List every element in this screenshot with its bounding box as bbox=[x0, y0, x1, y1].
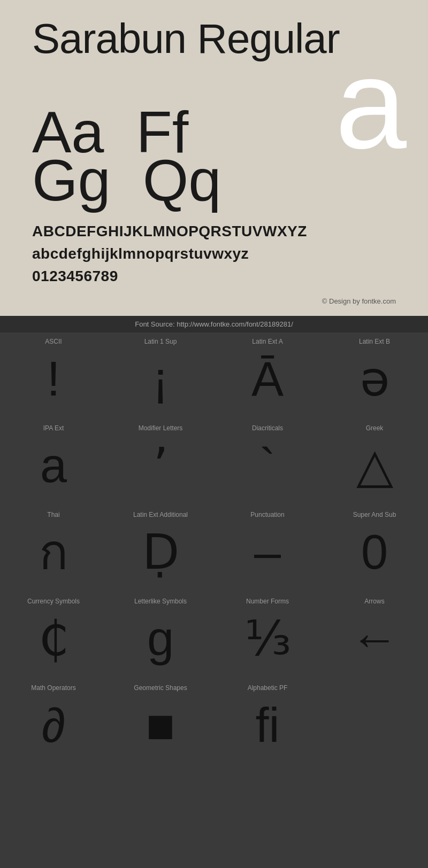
cell-label: ASCII bbox=[5, 338, 102, 345]
cell-label: IPA Ext bbox=[5, 424, 102, 432]
glyph-a-large: a bbox=[335, 46, 407, 161]
cell-glyph: g bbox=[147, 609, 174, 668]
glyph-cell: IPA Exta bbox=[0, 419, 107, 506]
cell-glyph: ʼ bbox=[153, 436, 169, 495]
cell-label: Punctuation bbox=[219, 511, 316, 518]
cell-glyph: – bbox=[254, 523, 281, 582]
glyph-cell: Geometric Shapes■ bbox=[107, 679, 214, 765]
cell-label: Latin Ext Additional bbox=[112, 511, 209, 518]
glyph-cell: Greek△ bbox=[321, 419, 428, 506]
cell-label: Math Operators bbox=[5, 684, 102, 692]
cell-label: Diacriticals bbox=[219, 424, 316, 432]
cell-label: Latin Ext A bbox=[219, 338, 316, 345]
cell-label: Thai bbox=[5, 511, 102, 518]
glyph-cell: Number Forms⅓ bbox=[214, 592, 321, 679]
glyph-cell: ASCII! bbox=[0, 332, 107, 419]
cell-glyph: ! bbox=[47, 350, 60, 408]
copyright: © Design by fontke.com bbox=[32, 297, 396, 305]
cell-label: Greek bbox=[326, 424, 423, 432]
cell-label: Number Forms bbox=[219, 598, 316, 605]
glyph-gg: Gg bbox=[32, 151, 111, 210]
cell-glyph: △ bbox=[356, 436, 393, 495]
cell-glyph: ` bbox=[259, 436, 276, 495]
cell-glyph: Ḍ bbox=[142, 523, 179, 582]
glyph-cell: Thaiก bbox=[0, 506, 107, 592]
glyph-cell: Math Operators∂ bbox=[0, 679, 107, 765]
cell-label: Modifier Letters bbox=[112, 424, 209, 432]
glyph-cell: Latin 1 Sup¡ bbox=[107, 332, 214, 419]
glyph-cell: Modifier Lettersʼ bbox=[107, 419, 214, 506]
glyph-qq: Qq bbox=[143, 151, 221, 210]
glyph-cell: Letterlike Symbolsg bbox=[107, 592, 214, 679]
cell-glyph: ₵ bbox=[39, 609, 69, 668]
glyph-cell: Latin Ext AĀ bbox=[214, 332, 321, 419]
glyph-cell: Currency Symbols₵ bbox=[0, 592, 107, 679]
cell-glyph: 0 bbox=[361, 523, 388, 582]
cell-label: Arrows bbox=[326, 598, 423, 605]
cell-label: Latin Ext B bbox=[326, 338, 423, 345]
glyph-cell: Latin Ext AdditionalḌ bbox=[107, 506, 214, 592]
glyph-cell: Latin Ext Bə bbox=[321, 332, 428, 419]
cell-glyph: ก bbox=[39, 523, 68, 582]
glyph-cell: Diacriticals` bbox=[214, 419, 321, 506]
cell-glyph: Ā bbox=[251, 350, 284, 408]
cell-label: Geometric Shapes bbox=[112, 684, 209, 692]
glyph-cell: Arrows← bbox=[321, 592, 428, 679]
cell-label: Alphabetic PF bbox=[219, 684, 316, 692]
alphabet-lower: abcdefghijklmnopqrstuvwxyz bbox=[32, 243, 396, 265]
glyph-grid: ASCII!Latin 1 Sup¡Latin Ext AĀLatin Ext … bbox=[0, 332, 428, 765]
cell-glyph: ■ bbox=[146, 696, 175, 755]
source-bar: Font Source: http://www.fontke.com/font/… bbox=[0, 316, 428, 332]
glyph-cell: Alphabetic PFﬁ bbox=[214, 679, 321, 765]
cell-glyph: a bbox=[40, 436, 67, 495]
cell-glyph: ¡ bbox=[152, 350, 169, 408]
showcase-area: Sarabun Regular Aa Ff a Gg Qq ABCDEFGHIJ… bbox=[0, 0, 428, 316]
alphabet-upper: ABCDEFGHIJKLMNOPQRSTUVWXYZ bbox=[32, 220, 396, 243]
source-text: Font Source: http://www.fontke.com/font/… bbox=[135, 320, 293, 328]
digits: 0123456789 bbox=[32, 265, 396, 288]
cell-glyph: ← bbox=[350, 609, 399, 668]
glyph-cell: Punctuation– bbox=[214, 506, 321, 592]
alphabet-section: ABCDEFGHIJKLMNOPQRSTUVWXYZ abcdefghijklm… bbox=[32, 220, 396, 293]
cell-label: Super And Sub bbox=[326, 511, 423, 518]
glyph-cell: Super And Sub0 bbox=[321, 506, 428, 592]
cell-glyph: ⅓ bbox=[244, 609, 291, 668]
cell-glyph: ﬁ bbox=[256, 696, 280, 755]
cell-label: Letterlike Symbols bbox=[112, 598, 209, 605]
cell-glyph: ə bbox=[360, 350, 389, 408]
cell-label: Currency Symbols bbox=[5, 598, 102, 605]
cell-glyph: ∂ bbox=[42, 696, 65, 755]
cell-label: Latin 1 Sup bbox=[112, 338, 209, 345]
